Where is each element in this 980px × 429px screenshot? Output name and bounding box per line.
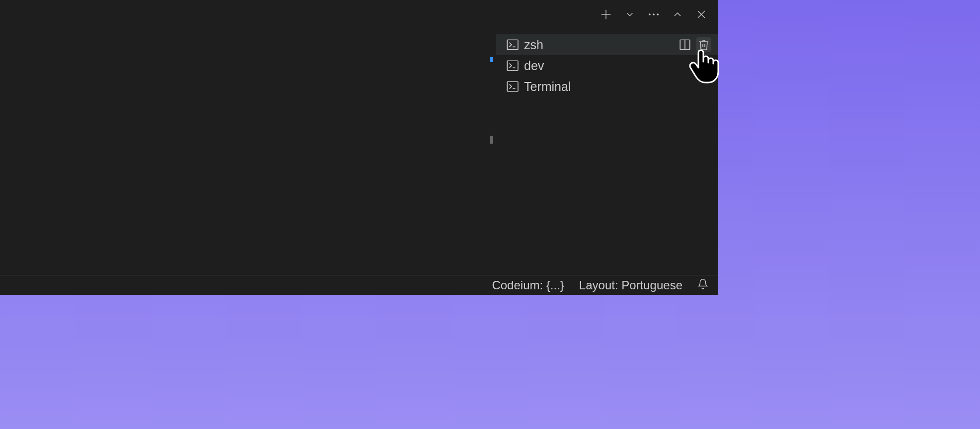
bell-icon bbox=[697, 278, 708, 289]
terminal-panel: zsh dev bbox=[0, 0, 718, 275]
svg-point-3 bbox=[653, 13, 655, 15]
svg-rect-7 bbox=[507, 40, 518, 50]
chevron-down-icon bbox=[624, 9, 635, 20]
terminal-tab-generic[interactable]: Terminal bbox=[496, 76, 718, 97]
svg-point-4 bbox=[657, 13, 659, 15]
trash-icon bbox=[698, 39, 710, 51]
terminal-tab-label: zsh bbox=[524, 38, 673, 52]
status-keyboard-layout[interactable]: Layout: Portuguese bbox=[579, 278, 682, 292]
svg-point-2 bbox=[649, 13, 651, 15]
terminal-tab-dev[interactable]: dev bbox=[496, 55, 718, 76]
plus-icon bbox=[599, 7, 613, 21]
kill-terminal-button[interactable] bbox=[696, 37, 711, 52]
terminal-launch-dropdown[interactable] bbox=[622, 6, 638, 22]
svg-rect-13 bbox=[507, 61, 518, 71]
svg-rect-15 bbox=[507, 82, 518, 91]
scroll-marker bbox=[490, 57, 493, 62]
split-pane-icon bbox=[678, 38, 691, 51]
terminal-output[interactable] bbox=[0, 29, 496, 275]
terminal-icon bbox=[506, 38, 519, 51]
status-notifications[interactable] bbox=[697, 278, 708, 292]
status-bar: Codeium: {...} Layout: Portuguese bbox=[0, 275, 718, 295]
panel-more-actions[interactable] bbox=[646, 6, 662, 22]
panel-toolbar bbox=[0, 0, 718, 29]
chevron-up-icon bbox=[672, 8, 683, 20]
split-terminal-button[interactable] bbox=[678, 37, 692, 52]
terminal-icon bbox=[506, 59, 519, 72]
maximize-panel-button[interactable] bbox=[670, 6, 685, 22]
panel-body: zsh dev bbox=[0, 29, 718, 275]
terminal-tab-label: dev bbox=[524, 59, 711, 73]
terminal-tab-actions bbox=[678, 37, 711, 52]
status-codeium[interactable]: Codeium: {...} bbox=[492, 278, 564, 292]
close-icon bbox=[695, 8, 707, 20]
scroll-marker bbox=[490, 136, 493, 144]
terminal-tabs-list: zsh dev bbox=[496, 29, 718, 275]
more-horizontal-icon bbox=[647, 7, 661, 21]
new-terminal-button[interactable] bbox=[598, 6, 614, 22]
terminal-tab-zsh[interactable]: zsh bbox=[496, 34, 718, 55]
close-panel-button[interactable] bbox=[693, 6, 709, 22]
terminal-icon bbox=[506, 80, 519, 93]
editor-window: zsh dev bbox=[0, 0, 718, 295]
terminal-tab-label: Terminal bbox=[524, 80, 711, 94]
